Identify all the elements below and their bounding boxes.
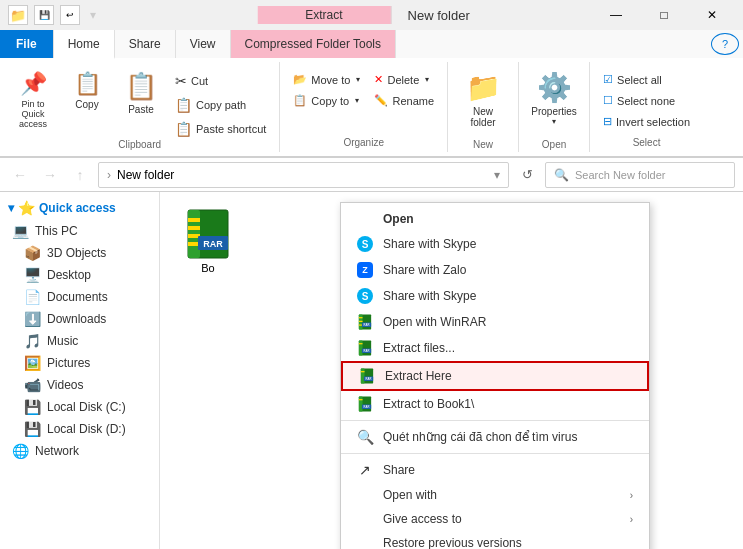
pictures-icon: 🖼️	[24, 355, 41, 371]
cut-button[interactable]: ✂ Cut	[170, 70, 271, 92]
select-group: ☑ Select all ☐ Select none ⊟ Invert sele…	[590, 62, 703, 152]
3d-objects-icon: 📦	[24, 245, 41, 261]
maximize-button[interactable]: □	[641, 0, 687, 30]
pin-to-quick-access-button[interactable]: 📌 Pin to Quick access	[8, 66, 58, 134]
skype-icon-1: S	[357, 236, 373, 252]
desktop-icon: 🖥️	[24, 267, 41, 283]
rar-file-item[interactable]: RAR Bo	[176, 208, 240, 274]
extract-tab-label: Extract	[257, 6, 391, 24]
sidebar-item-local-d[interactable]: 💾 Local Disk (D:)	[0, 418, 159, 440]
ctx-open[interactable]: Open	[341, 207, 649, 231]
music-icon: 🎵	[24, 333, 41, 349]
rename-icon: ✏️	[374, 94, 388, 107]
this-pc-icon: 💻	[12, 223, 29, 239]
pin-icon: 📌	[20, 71, 47, 97]
quick-access-arrow: ▾	[8, 201, 14, 215]
copy-to-button[interactable]: 📋 Copy to ▾	[288, 91, 365, 110]
copy-to-icon: 📋	[293, 94, 307, 107]
close-button[interactable]: ✕	[689, 0, 735, 30]
copy-path-icon: 📋	[175, 97, 192, 113]
ribbon-tabs: File Home Share View Compressed Folder T…	[0, 30, 743, 58]
search-placeholder: Search New folder	[575, 169, 666, 181]
sidebar-item-3d-objects[interactable]: 📦 3D Objects	[0, 242, 159, 264]
sidebar-item-desktop[interactable]: 🖥️ Desktop	[0, 264, 159, 286]
properties-button[interactable]: ⚙️ Properties ▾	[529, 66, 579, 141]
refresh-button[interactable]: ↺	[515, 163, 539, 187]
organize-group: 📂 Move to ▾ 📋 Copy to ▾ ✕ Delete ▾	[280, 62, 448, 152]
ctx-restore-prev[interactable]: Restore previous versions	[341, 531, 649, 549]
sidebar-item-network[interactable]: 🌐 Network	[0, 440, 159, 462]
ctx-share[interactable]: ↗ Share	[341, 457, 649, 483]
tab-share[interactable]: Share	[115, 30, 176, 58]
scan-icon: 🔍	[357, 429, 373, 445]
copy-path-button[interactable]: 📋 Copy path	[170, 94, 271, 116]
select-all-button[interactable]: ☑ Select all	[598, 70, 695, 89]
path-label: New folder	[117, 168, 174, 182]
svg-rect-17	[359, 343, 363, 344]
tab-home[interactable]: Home	[54, 30, 115, 59]
ctx-scan-virus[interactable]: 🔍 Quét những cái đã chon để tìm virus	[341, 424, 649, 450]
tab-compressed[interactable]: Compressed Folder Tools	[231, 30, 397, 58]
ctx-share-skype2[interactable]: S Share with Skype	[341, 283, 649, 309]
svg-rect-16	[359, 341, 363, 356]
clipboard-group: 📌 Pin to Quick access 📋 Copy 📋 Paste ✂	[0, 62, 280, 152]
svg-text:RAR: RAR	[203, 239, 223, 249]
new-group: 📁 New folder New	[448, 62, 519, 152]
paste-shortcut-button[interactable]: 📋 Paste shortcut	[170, 118, 271, 140]
minimize-button[interactable]: —	[593, 0, 639, 30]
paste-icon: 📋	[125, 71, 157, 102]
extract-book1-icon: RAR	[357, 396, 373, 412]
ctx-open-winrar[interactable]: RAR Open with WinRAR	[341, 309, 649, 335]
share-icon: ↗	[357, 462, 373, 478]
title-bar-divider: ▾	[90, 8, 96, 22]
videos-icon: 📹	[24, 377, 41, 393]
cut-icon: ✂	[175, 73, 187, 89]
title-bar-undo-btn[interactable]: ↩	[60, 5, 80, 25]
rename-button[interactable]: ✏️ Rename	[369, 91, 439, 110]
open-group: ⚙️ Properties ▾ Open	[519, 62, 590, 152]
ctx-share-skype1[interactable]: S Share with Skype	[341, 231, 649, 257]
select-none-button[interactable]: ☐ Select none	[598, 91, 695, 110]
sidebar-item-local-c[interactable]: 💾 Local Disk (C:)	[0, 396, 159, 418]
new-folder-button[interactable]: 📁 New folder	[458, 66, 508, 143]
move-to-button[interactable]: 📂 Move to ▾	[288, 70, 365, 89]
tab-view[interactable]: View	[176, 30, 231, 58]
address-path[interactable]: › New folder ▾	[98, 162, 509, 188]
invert-selection-button[interactable]: ⊟ Invert selection	[598, 112, 695, 131]
extract-here-icon: RAR	[359, 368, 375, 384]
paste-button[interactable]: 📋 Paste	[116, 66, 166, 120]
sidebar-item-this-pc[interactable]: 💻 This PC	[0, 220, 159, 242]
tab-file[interactable]: File	[0, 30, 54, 58]
sidebar-item-pictures[interactable]: 🖼️ Pictures	[0, 352, 159, 374]
ctx-share-zalo[interactable]: Z Share with Zalo	[341, 257, 649, 283]
file-name-label: Bo	[201, 262, 214, 274]
open-with-arrow: ›	[630, 490, 633, 501]
extract-files-icon: RAR	[357, 340, 373, 356]
winrar-icon: RAR	[357, 314, 373, 330]
ctx-sep-1	[341, 420, 649, 421]
copy-button[interactable]: 📋 Copy	[62, 66, 112, 115]
sidebar-item-documents[interactable]: 📄 Documents	[0, 286, 159, 308]
back-button[interactable]: ←	[8, 163, 32, 187]
quick-access-header[interactable]: ▾ ⭐ Quick access	[0, 196, 159, 220]
search-box[interactable]: 🔍 Search New folder	[545, 162, 735, 188]
title-bar-save-btn[interactable]: 💾	[34, 5, 54, 25]
window-controls: — □ ✕	[593, 0, 735, 30]
forward-button[interactable]: →	[38, 163, 62, 187]
address-bar: ← → ↑ › New folder ▾ ↺ 🔍 Search New fold…	[0, 158, 743, 192]
ctx-extract-here[interactable]: RAR Extract Here	[341, 361, 649, 391]
quick-access-icon[interactable]: 📁	[8, 5, 28, 25]
ctx-open-with[interactable]: Open with ›	[341, 483, 649, 507]
ctx-extract-files[interactable]: RAR Extract files...	[341, 335, 649, 361]
delete-button[interactable]: ✕ Delete ▾	[369, 70, 439, 89]
search-icon: 🔍	[554, 168, 569, 182]
ctx-extract-book1[interactable]: RAR Extract to Book1\	[341, 391, 649, 417]
sidebar-item-videos[interactable]: 📹 Videos	[0, 374, 159, 396]
sidebar-item-music[interactable]: 🎵 Music	[0, 330, 159, 352]
ctx-give-access[interactable]: Give access to ›	[341, 507, 649, 531]
window-title: New folder	[392, 6, 486, 25]
up-button[interactable]: ↑	[68, 163, 92, 187]
sidebar-item-downloads[interactable]: ⬇️ Downloads	[0, 308, 159, 330]
help-button[interactable]: ?	[711, 33, 739, 55]
delete-icon: ✕	[374, 73, 383, 86]
